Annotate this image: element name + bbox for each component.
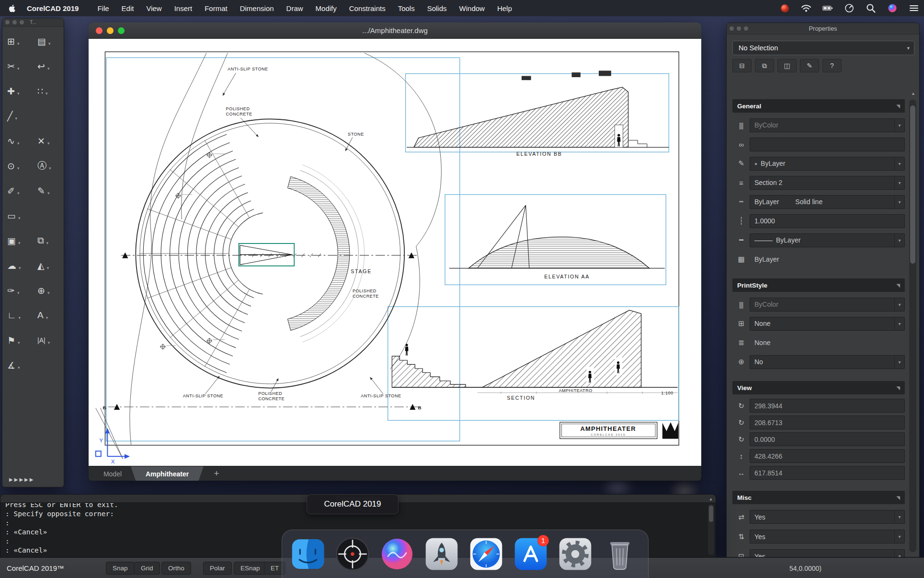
tool-palette-titlebar[interactable]: T... [2, 18, 64, 27]
tool-move-button[interactable]: ✚▾ [3, 79, 33, 104]
tab-amphitheater[interactable]: Amphitheater [131, 466, 204, 481]
chevron-down-icon[interactable]: ▾ [19, 315, 21, 320]
section-header-view[interactable]: View ◥ [732, 381, 905, 394]
line-scale-field[interactable]: 1.0000 [750, 214, 905, 228]
misc-dropdown-2[interactable]: Yes▾ [750, 530, 905, 543]
menu-window[interactable]: Window [453, 0, 491, 16]
chevron-down-icon[interactable]: ▾ [46, 91, 48, 96]
dock-launchpad-icon[interactable] [422, 535, 461, 573]
menu-solids[interactable]: Solids [421, 0, 453, 16]
search-icon[interactable] [866, 3, 876, 13]
misc-dropdown-1[interactable]: Yes▾ [750, 510, 905, 524]
tool-sketch-button[interactable]: ✑▾ [3, 278, 33, 303]
tool-viewport-button[interactable]: ▭▾ [3, 203, 33, 228]
dock-finder-icon[interactable] [289, 535, 327, 573]
line-weight-dropdown[interactable]: ———ByLayer▾ [750, 233, 905, 247]
chevron-down-icon[interactable]: ▾ [17, 290, 20, 295]
match-properties-button[interactable]: ⧉ [755, 59, 774, 72]
tool-circle-button[interactable]: ⊙▾ [3, 153, 33, 178]
scroll-up-icon[interactable]: ▲ [911, 91, 915, 96]
scrollbar-thumb[interactable] [910, 105, 915, 264]
line-color-dropdown[interactable]: ●ByLayer▾ [750, 157, 905, 171]
section-header-misc[interactable]: Misc ◥ [732, 491, 905, 504]
tool-text-style-button[interactable]: A▾ [33, 303, 63, 328]
tool-spline-button[interactable]: ✐▾ [3, 178, 33, 203]
chevron-down-icon[interactable]: ▾ [48, 340, 50, 345]
line-style-dropdown[interactable]: ByLayerSolid line▾ [750, 195, 905, 209]
battery-icon[interactable] [822, 3, 833, 13]
scrollbar-thumb[interactable] [709, 506, 713, 522]
chevron-down-icon[interactable]: ▾ [17, 66, 20, 71]
tool-new-button[interactable]: ⊞▾ [3, 29, 33, 54]
tool-cone-button[interactable]: ◭▾ [33, 253, 63, 278]
esnap-toggle[interactable]: ESnap [234, 562, 267, 575]
chevron-down-icon[interactable]: ▾ [49, 166, 51, 171]
dock-siri-icon[interactable] [378, 535, 416, 573]
print-table-dropdown[interactable]: None▾ [750, 317, 905, 331]
chevron-down-icon[interactable]: ▾ [48, 41, 51, 46]
chevron-down-icon[interactable]: ▾ [18, 340, 20, 345]
apple-menu[interactable] [8, 4, 16, 12]
dock-preferences-icon[interactable] [556, 535, 594, 573]
snap-toggle[interactable]: Snap [106, 562, 135, 575]
chevron-down-icon[interactable]: ▾ [17, 191, 20, 196]
scroll-up-icon[interactable]: ▲ [709, 497, 713, 501]
filter-button[interactable]: ⊟ [732, 59, 752, 72]
tool-box-button[interactable]: ▣▾ [3, 228, 33, 253]
polar-toggle[interactable]: Polar [203, 562, 232, 575]
hyperlink-field[interactable] [750, 138, 905, 151]
palette-expand-button[interactable]: ▶▶▶▶▶ [9, 477, 34, 482]
chevron-down-icon[interactable]: ▾ [47, 266, 49, 270]
chevron-down-icon[interactable]: ▾ [18, 216, 21, 220]
view-z-field[interactable]: 0.0000 [750, 432, 905, 446]
tool-center-point-button[interactable]: ⊕▾ [33, 278, 63, 303]
chevron-down-icon[interactable]: ▾ [47, 66, 50, 71]
dock-safari-icon[interactable] [467, 535, 505, 573]
tool-extrude-button[interactable]: ⧉▾ [33, 228, 63, 253]
menu-draw[interactable]: Draw [280, 0, 309, 16]
print-color-dropdown[interactable]: ByColor▾ [750, 298, 905, 312]
chevron-down-icon[interactable]: ▾ [46, 315, 48, 320]
tool-undo-button[interactable]: ↩▾ [33, 54, 63, 79]
tool-note-button[interactable]: ✎▾ [33, 178, 63, 203]
plot-dropdown[interactable]: No▾ [750, 355, 905, 369]
tool-dimension-button[interactable]: ∡▾ [3, 353, 33, 378]
line-color-print-dropdown[interactable]: ByColor▾ [750, 118, 905, 132]
chevron-down-icon[interactable]: ▾ [17, 41, 20, 46]
view-width-field[interactable]: 617.8514 [750, 466, 905, 480]
tool-sphere-button[interactable]: ☁▾ [3, 253, 33, 278]
notification-lines-icon[interactable] [909, 3, 919, 13]
chevron-down-icon[interactable]: ▾ [17, 166, 20, 171]
app-red-icon[interactable] [779, 3, 790, 13]
tool-align-text-button[interactable]: |A|▾ [33, 328, 63, 353]
menu-view[interactable]: View [140, 0, 168, 16]
tool-cut-button[interactable]: ✂▾ [3, 54, 33, 79]
chevron-down-icon[interactable]: ▾ [46, 241, 49, 245]
menu-help[interactable]: Help [491, 0, 518, 16]
menu-constraints[interactable]: Constraints [343, 0, 392, 16]
layer-dropdown[interactable]: Section 2▾ [750, 176, 905, 190]
add-sheet-button[interactable]: + [209, 466, 224, 481]
grid-toggle[interactable]: Grid [134, 562, 160, 575]
tool-polyline-button[interactable]: ∿▾ [3, 128, 33, 153]
menu-edit[interactable]: Edit [115, 0, 140, 16]
sync-icon[interactable] [844, 3, 855, 13]
section-header-printstyle[interactable]: PrintStyle ◥ [732, 278, 905, 292]
chevron-down-icon[interactable]: ▾ [17, 141, 20, 146]
properties-scrollbar[interactable] [909, 100, 916, 552]
chevron-down-icon[interactable]: ▾ [15, 116, 17, 121]
customize-button[interactable]: ✎ [800, 59, 819, 72]
chevron-down-icon[interactable]: ▾ [47, 290, 50, 295]
view-height-field[interactable]: 428.4266 [750, 449, 905, 463]
display-button[interactable]: ◫ [777, 59, 797, 72]
tool-delete-button[interactable]: ✕▾ [33, 128, 63, 153]
section-header-general[interactable]: General ◥ [732, 99, 905, 113]
chevron-down-icon[interactable]: ▾ [47, 141, 50, 146]
tool-print-button[interactable]: ▤▾ [33, 29, 63, 54]
console-scrollbar[interactable] [708, 504, 714, 555]
help-button[interactable]: ? [822, 59, 842, 72]
view-x-field[interactable]: 298.3944 [750, 399, 905, 413]
dock-appstore-icon[interactable]: 1 [512, 535, 550, 573]
menu-format[interactable]: Format [198, 0, 234, 16]
tab-model[interactable]: Model [95, 466, 130, 481]
